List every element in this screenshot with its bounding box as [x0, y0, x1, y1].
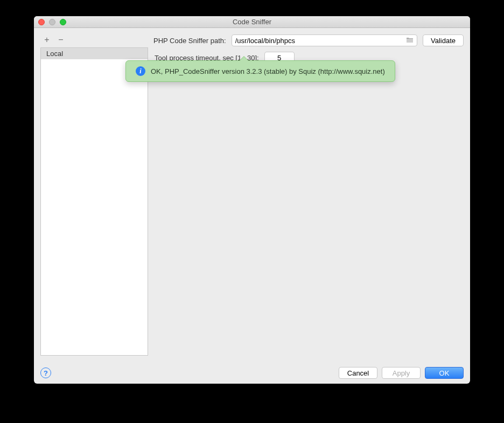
dialog-window: Code Sniffer + − Local PHP Code Sniffer … — [34, 16, 470, 384]
path-input[interactable] — [235, 37, 404, 45]
tooltip-text: OK, PHP_CodeSniffer version 3.2.3 (stabl… — [151, 67, 385, 75]
path-input-wrapper — [232, 34, 417, 46]
sidebar: + − Local — [40, 34, 148, 356]
validate-button[interactable]: Validate — [423, 34, 464, 46]
sidebar-item-local[interactable]: Local — [41, 48, 148, 59]
titlebar: Code Sniffer — [34, 16, 470, 28]
validation-tooltip: i OK, PHP_CodeSniffer version 3.2.3 (sta… — [125, 60, 395, 82]
main-panel: PHP Code Sniffer path: Validate Tool pro… — [153, 34, 464, 356]
add-icon[interactable]: + — [43, 36, 51, 44]
browse-icon[interactable] — [404, 37, 414, 45]
help-icon[interactable]: ? — [40, 367, 51, 378]
info-icon: i — [136, 66, 145, 76]
footer: ? Cancel Apply OK — [34, 362, 470, 384]
ok-button[interactable]: OK — [425, 367, 464, 379]
sidebar-item-label: Local — [46, 50, 63, 58]
window-title: Code Sniffer — [34, 18, 470, 26]
apply-button[interactable]: Apply — [382, 367, 421, 379]
sidebar-list[interactable]: Local — [40, 47, 148, 356]
sidebar-toolbar: + − — [40, 34, 148, 47]
path-label: PHP Code Sniffer path: — [153, 37, 226, 45]
remove-icon[interactable]: − — [57, 36, 65, 44]
path-row: PHP Code Sniffer path: Validate — [153, 34, 464, 46]
cancel-button[interactable]: Cancel — [339, 367, 377, 379]
